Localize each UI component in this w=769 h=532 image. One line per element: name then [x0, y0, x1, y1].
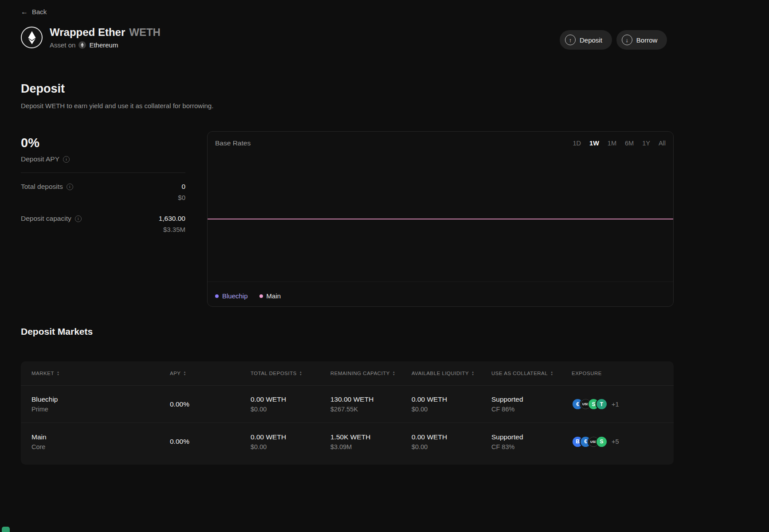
borrow-button-label: Borrow: [636, 36, 658, 44]
col-remaining-capacity[interactable]: REMAINING CAPACITY: [330, 371, 412, 376]
col-available-liquidity[interactable]: AVAILABLE LIQUIDITY: [412, 371, 491, 376]
range-1y[interactable]: 1Y: [642, 140, 650, 147]
remaining-capacity-usd: $3.09M: [330, 443, 412, 450]
weth-logo: [21, 27, 43, 48]
stat-label-text: Total deposits: [21, 183, 63, 191]
range-1m[interactable]: 1M: [608, 140, 616, 147]
collateral-factor: CF 86%: [491, 406, 572, 413]
col-exposure: EXPOSURE: [572, 371, 663, 376]
stat-usd-value: $0: [178, 194, 185, 201]
sort-icon: [550, 371, 553, 376]
rate-line: [208, 219, 673, 219]
deposit-section-description: Deposit WETH to earn yield and use it as…: [21, 102, 213, 110]
stat-usd-value: $3.35M: [159, 226, 185, 233]
table-row-bluechip[interactable]: Bluechip Prime 0.00% 0.00 WETH $0.00 130…: [21, 386, 674, 423]
available-liquidity-usd: $0.00: [412, 443, 491, 450]
legend-label: Main: [267, 292, 281, 300]
exposure-more-count: +1: [612, 401, 619, 408]
col-market[interactable]: MARKET: [31, 371, 170, 376]
stat-values: 0 $0: [178, 183, 185, 201]
deposit-apy-label-text: Deposit APY: [21, 155, 59, 163]
market-cell: Main Core: [31, 433, 170, 450]
collateral-status: Supported: [491, 433, 572, 441]
col-apy[interactable]: APY: [170, 371, 251, 376]
arrow-up-circle-icon: ↑: [565, 35, 576, 45]
sort-icon: [184, 371, 186, 376]
exposure-cell: € USD S T +1: [572, 398, 663, 410]
market-tier: Prime: [31, 406, 170, 413]
table-row-main[interactable]: Main Core 0.00% 0.00 WETH $0.00 1.50K WE…: [21, 423, 674, 460]
deposit-apy-label: Deposit APY: [21, 155, 70, 163]
apy-value: 0.00%: [170, 400, 251, 408]
chart-gridline: [208, 282, 673, 282]
chart-legend: Bluechip Main: [215, 292, 281, 300]
info-icon[interactable]: [75, 215, 82, 222]
time-range-selector: 1D 1W 1M 6M 1Y All: [573, 140, 666, 147]
deposit-markets-title: Deposit Markets: [21, 326, 93, 337]
range-1d[interactable]: 1D: [573, 140, 581, 147]
deposit-section-title: Deposit: [21, 82, 65, 96]
remaining-capacity-cell: 130.00 WETH $267.55K: [330, 395, 412, 413]
range-6m[interactable]: 6M: [625, 140, 634, 147]
info-icon[interactable]: [67, 184, 73, 190]
market-cell: Bluechip Prime: [31, 395, 170, 413]
info-icon[interactable]: [63, 156, 70, 163]
collateral-cell: Supported CF 83%: [491, 433, 572, 450]
deposit-button[interactable]: ↑ Deposit: [560, 30, 612, 50]
asset-titles: Wrapped Ether WETH Asset on Ethereum: [50, 26, 161, 49]
available-liquidity-value: 0.00 WETH: [412, 395, 491, 403]
legend-item-bluechip[interactable]: Bluechip: [215, 292, 248, 300]
remaining-capacity-value: 1.50K WETH: [330, 433, 412, 441]
arrow-down-circle-icon: ↓: [622, 35, 632, 45]
back-label: Back: [32, 8, 47, 16]
asset-symbol: WETH: [129, 26, 161, 39]
susds-coin-icon: S: [596, 436, 608, 448]
stat-label: Total deposits: [21, 183, 73, 191]
total-deposits-usd: $0.00: [251, 406, 330, 413]
sort-icon: [57, 371, 59, 376]
col-label: TOTAL DEPOSITS: [251, 371, 297, 376]
stat-values: 1,630.00 $3.35M: [159, 215, 185, 233]
stat-total-deposits: Total deposits 0 $0: [21, 183, 185, 201]
col-label: AVAILABLE LIQUIDITY: [412, 371, 469, 376]
col-use-as-collateral[interactable]: USE AS COLLATERAL: [491, 371, 572, 376]
exposure-more-count: +5: [612, 438, 619, 445]
range-all[interactable]: All: [659, 140, 666, 147]
exposure-cell: B € USD S +5: [572, 436, 663, 448]
total-deposits-value: 0.00 WETH: [251, 395, 330, 403]
range-1w[interactable]: 1W: [589, 140, 599, 147]
chat-launcher[interactable]: [2, 527, 10, 532]
available-liquidity-usd: $0.00: [412, 406, 491, 413]
col-label: MARKET: [31, 371, 54, 376]
deposit-button-label: Deposit: [580, 36, 602, 44]
col-label: REMAINING CAPACITY: [330, 371, 390, 376]
back-link[interactable]: ← Back: [21, 8, 47, 16]
base-rates-chart-card: Base Rates 1D 1W 1M 6M 1Y All Bluechip M…: [207, 131, 674, 307]
total-deposits-usd: $0.00: [251, 443, 330, 450]
usdt-coin-icon: T: [596, 398, 608, 410]
stats-divider: [21, 172, 185, 173]
collateral-cell: Supported CF 86%: [491, 395, 572, 413]
stat-value: 1,630.00: [159, 215, 185, 223]
stat-label-text: Deposit capacity: [21, 215, 71, 223]
col-total-deposits[interactable]: TOTAL DEPOSITS: [251, 371, 330, 376]
deposit-apy-value: 0%: [21, 136, 39, 150]
total-deposits-value: 0.00 WETH: [251, 433, 330, 441]
network-name: Ethereum: [89, 41, 118, 49]
legend-item-main[interactable]: Main: [259, 292, 281, 300]
borrow-button[interactable]: ↓ Borrow: [616, 30, 667, 50]
stat-deposit-capacity: Deposit capacity 1,630.00 $3.35M: [21, 215, 185, 233]
col-label: USE AS COLLATERAL: [491, 371, 548, 376]
sort-icon: [392, 371, 395, 376]
total-deposits-cell: 0.00 WETH $0.00: [251, 395, 330, 413]
col-label: EXPOSURE: [572, 371, 602, 376]
sort-icon: [471, 371, 474, 376]
collateral-status: Supported: [491, 395, 572, 403]
asset-name: Wrapped Ether: [50, 26, 125, 39]
legend-dot: [259, 294, 263, 298]
remaining-capacity-usd: $267.55K: [330, 406, 412, 413]
remaining-capacity-value: 130.00 WETH: [330, 395, 412, 403]
table-header-row: MARKET APY TOTAL DEPOSITS REMAINING CAPA…: [21, 361, 674, 386]
col-label: APY: [170, 371, 181, 376]
header-actions: ↑ Deposit ↓ Borrow: [560, 30, 667, 50]
